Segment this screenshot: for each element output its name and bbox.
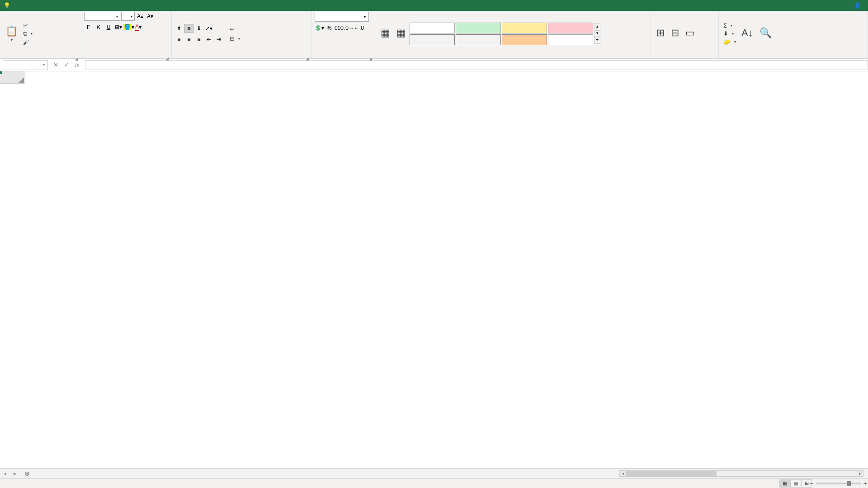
launcher-icon[interactable]: ◢ [369, 56, 372, 61]
tab-nav-next[interactable]: ▸ [10, 470, 20, 477]
thousands-format-button[interactable]: 000 [335, 23, 344, 33]
column-headers [25, 71, 868, 84]
table-icon: ▦ [396, 27, 406, 39]
underline-button[interactable]: U [104, 23, 113, 32]
cell-styles-gallery [410, 23, 593, 45]
select-all-corner[interactable] [0, 71, 25, 84]
align-middle-button[interactable]: ≡ [184, 24, 193, 33]
delete-icon: ⊟ [671, 27, 679, 39]
format-icon: ▭ [685, 27, 695, 39]
enter-formula-button[interactable]: ✓ [61, 60, 71, 70]
decrease-indent-button[interactable]: ⇤ [204, 35, 213, 44]
name-box[interactable]: ▾ [3, 60, 48, 70]
style-ausgabe[interactable] [410, 34, 455, 45]
fx-button[interactable]: fx [72, 60, 82, 70]
brush-icon: 🖌 [23, 39, 29, 46]
align-bottom-button[interactable]: ⬇ [194, 24, 203, 33]
align-right-button[interactable]: ≡ [194, 35, 203, 44]
style-berechnung[interactable] [456, 34, 501, 45]
accounting-format-button[interactable]: 💲▾ [315, 23, 324, 33]
scissors-icon: ✂ [23, 22, 28, 29]
cancel-formula-button[interactable]: ✕ [51, 60, 61, 70]
clipboard-group-label: ◢ [3, 56, 78, 57]
launcher-icon[interactable]: ◢ [165, 56, 169, 61]
tab-nav-prev[interactable]: ◂ [0, 470, 10, 477]
font-family-select[interactable]: ▾ [84, 12, 120, 21]
row-headers [0, 84, 25, 468]
copy-icon: ⧉ [23, 30, 27, 38]
increase-font-button[interactable]: A▴ [136, 12, 145, 21]
formula-input[interactable] [85, 60, 868, 70]
decrease-decimal-button[interactable]: ←.0 [354, 23, 363, 33]
ribbon: 📋 ▾ ✂ ⧉▾ 🖌 ◢ ▾ ▾ A▴ A▾ F K U [0, 11, 868, 59]
clear-button[interactable]: 🧽▾ [722, 38, 738, 46]
merge-center-button[interactable]: ⊟▾ [228, 35, 242, 42]
align-center-button[interactable]: ≡ [184, 35, 193, 44]
user-icon[interactable]: 👤 [854, 2, 861, 9]
chevron-down-icon: ▾ [11, 38, 13, 42]
autosum-button[interactable]: Σ▾ [722, 22, 738, 29]
add-sheet-button[interactable]: ⊕ [20, 470, 34, 477]
zoom-slider[interactable]: − + [816, 483, 861, 484]
style-eingabe[interactable] [502, 34, 547, 45]
number-format-select[interactable]: ▾ [315, 12, 369, 22]
align-top-button[interactable]: ⬆ [175, 24, 184, 33]
tell-me-search[interactable]: 💡 [4, 2, 12, 9]
cells-group-label [654, 56, 716, 57]
font-size-select[interactable]: ▾ [121, 12, 135, 21]
decrease-font-button[interactable]: A▾ [146, 12, 155, 21]
scroll-thumb[interactable] [626, 471, 717, 476]
horizontal-scrollbar[interactable]: ◂ ▸ [619, 470, 863, 477]
zoom-out-button[interactable]: − [809, 480, 813, 487]
scroll-right-button[interactable]: ▸ [857, 471, 863, 476]
fill-color-button[interactable]: 🪣▾ [124, 23, 133, 32]
launcher-icon[interactable]: ◢ [75, 56, 78, 61]
zoom-in-button[interactable]: + [863, 480, 867, 487]
italic-button[interactable]: K [94, 23, 103, 32]
wrap-icon: ↩ [230, 26, 235, 33]
search-icon: 🔍 [760, 27, 772, 39]
copy-button[interactable]: ⧉▾ [21, 30, 34, 38]
delete-cells-button[interactable]: ⊟ [668, 26, 682, 41]
style-standard[interactable] [410, 23, 455, 33]
cells-grid[interactable] [25, 84, 868, 468]
increase-decimal-button[interactable]: .0→ [344, 23, 354, 33]
style-erklaerend[interactable] [548, 34, 593, 45]
zoom-thumb[interactable] [847, 481, 851, 486]
alignment-group-label: ◢ [175, 56, 309, 57]
format-cells-button[interactable]: ▭ [683, 26, 698, 41]
paste-button[interactable]: 📋 ▾ [3, 24, 20, 43]
view-buttons: ▦ ▤ ⊞ [779, 479, 812, 488]
fill-icon: ⬇ [723, 30, 728, 37]
style-schlecht[interactable] [548, 23, 593, 33]
launcher-icon[interactable]: ◢ [306, 56, 309, 61]
sort-filter-button[interactable]: A↓ [739, 26, 756, 41]
merge-icon: ⊟ [230, 35, 235, 42]
orientation-button[interactable]: ⤢▾ [204, 24, 213, 33]
sigma-icon: Σ [723, 22, 727, 29]
styles-group-label [378, 56, 648, 57]
border-button[interactable]: ⊞▾ [114, 23, 123, 32]
title-bar: 💡 👤 [0, 0, 868, 11]
fill-button[interactable]: ⬇▾ [722, 30, 738, 38]
wrap-text-button[interactable]: ↩ [228, 25, 242, 33]
font-color-button[interactable]: A▾ [134, 23, 143, 32]
increase-indent-button[interactable]: ⇥ [214, 35, 223, 44]
align-left-button[interactable]: ≡ [175, 35, 184, 44]
style-neutral[interactable] [502, 23, 547, 33]
scroll-left-button[interactable]: ◂ [620, 471, 626, 476]
percent-format-button[interactable]: % [325, 23, 334, 33]
clipboard-icon: 📋 [5, 25, 18, 37]
styles-scrollbar[interactable]: ▴▾⏷ [594, 23, 600, 44]
find-select-button[interactable]: 🔍 [757, 26, 774, 41]
insert-cells-button[interactable]: ⊞ [654, 26, 667, 41]
normal-view-button[interactable]: ▦ [779, 479, 790, 488]
sort-icon: A↓ [741, 27, 753, 39]
format-painter-button[interactable]: 🖌 [21, 38, 34, 46]
bold-button[interactable]: F [84, 23, 93, 32]
conditional-formatting-button[interactable]: ▦ [378, 26, 393, 41]
cut-button[interactable]: ✂ [21, 22, 34, 29]
format-as-table-button[interactable]: ▦ [394, 26, 409, 41]
page-layout-view-button[interactable]: ▤ [790, 479, 801, 488]
style-gut[interactable] [456, 23, 501, 33]
